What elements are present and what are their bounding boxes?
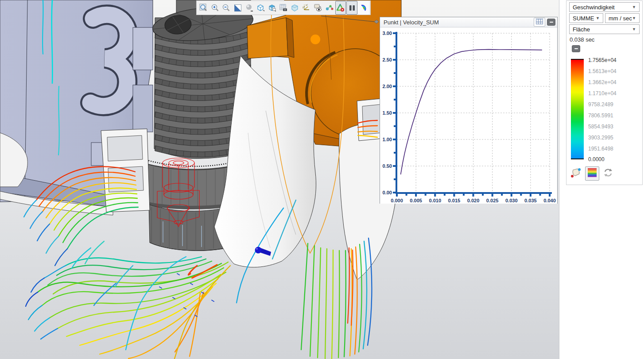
legend-value: 1.5613e+04 (588, 68, 641, 74)
shaded-view-icon (234, 4, 242, 12)
render-mode-icon (245, 4, 253, 12)
minus-icon (550, 22, 553, 23)
color-scale-button[interactable] (585, 166, 599, 181)
svg-text:1.50: 1.50 (383, 110, 392, 116)
svg-text:3.00: 3.00 (383, 31, 392, 36)
minus-icon (574, 48, 578, 49)
chevron-down-icon: ▼ (632, 27, 636, 31)
region-value: Fläche (573, 26, 590, 33)
zoom-out-icon (222, 4, 230, 12)
simulation-time-label: 0.038 sec (570, 36, 594, 43)
svg-text:0.030: 0.030 (505, 198, 518, 203)
results-sidebar: Geschwindigkeit ▼ SUMME ▼ mm / sec ▼ Flä… (559, 0, 644, 359)
chevron-down-icon: ▼ (632, 16, 636, 20)
table-snapshot-button[interactable] (278, 1, 289, 15)
run-solver-button[interactable] (335, 1, 346, 15)
parameter-value: Geschwindigkeit (573, 4, 615, 11)
probe-point-marker[interactable] (310, 35, 320, 44)
refresh-button[interactable] (603, 168, 613, 179)
refresh-icon (603, 168, 613, 179)
pause-icon (349, 4, 356, 12)
svg-text:y: y (303, 6, 304, 8)
zoom-in-icon (211, 4, 219, 12)
table-camera-icon (279, 4, 287, 12)
zoom-to-fit-button[interactable] (198, 1, 209, 15)
probe-blob-icon (570, 167, 582, 180)
legend-toolbar (570, 166, 641, 181)
legend-value: 1.3662e+04 (588, 79, 641, 85)
show-hide-bodies-button[interactable] (312, 1, 323, 15)
legend-value: 5854.9493 (588, 124, 641, 130)
coordinate-axes-button[interactable]: x/y (301, 1, 312, 15)
legend-value: 1.7565e+04 (588, 57, 641, 63)
unit-value: mm / sec (609, 15, 632, 22)
collapse-plot-button[interactable] (547, 19, 555, 26)
unit-dropdown[interactable]: mm / sec ▼ (605, 13, 640, 23)
svg-text:0.020: 0.020 (467, 198, 480, 203)
transparent-cube-icon (291, 4, 299, 12)
plot-title: Punkt | Velocity_SUM (384, 19, 532, 26)
node-link-icon (325, 4, 334, 12)
svg-text:0.50: 0.50 (383, 163, 392, 169)
table-icon (536, 18, 543, 26)
eye-icon (314, 4, 322, 12)
zoom-to-fit-icon (199, 4, 208, 12)
section-cube-icon (268, 4, 276, 12)
svg-text:0.040: 0.040 (543, 198, 556, 203)
svg-text:1.00: 1.00 (383, 137, 392, 142)
render-mode-button[interactable] (244, 1, 255, 15)
cube-icon (256, 4, 265, 12)
svg-text:0.025: 0.025 (486, 198, 499, 203)
chevron-down-icon: ▼ (596, 16, 600, 20)
chevron-down-icon: ▼ (632, 5, 636, 9)
velocity-chart: 0.000.501.001.502.002.503.000.0000.0050.… (380, 27, 557, 204)
legend-value: 1.1710e+04 (588, 90, 641, 97)
svg-text:0.000: 0.000 (391, 198, 403, 203)
section-view-button[interactable] (267, 1, 278, 15)
legend-value: 0.0000 (588, 156, 641, 162)
legend-value: 9758.2489 (588, 101, 641, 108)
svg-text:2.50: 2.50 (383, 57, 392, 62)
axes-icon: x/y (302, 4, 310, 12)
collapse-legend-button[interactable] (572, 45, 580, 52)
results-settings-panel: Geschwindigkeit ▼ SUMME ▼ mm / sec ▼ Flä… (566, 0, 643, 185)
plot-panel: Punkt | Velocity_SUM 0.000.501.001.502.0… (380, 17, 558, 204)
rainbow-square-icon (588, 168, 597, 179)
legend-value: 1951.6498 (588, 146, 641, 152)
aggregation-value: SUMME (573, 15, 594, 22)
probe-points-button[interactable] (324, 1, 335, 15)
legend-value: 7806.5991 (588, 112, 641, 119)
transparency-button[interactable] (289, 1, 300, 15)
svg-text:0.010: 0.010 (429, 198, 441, 203)
color-scale-bar (571, 59, 584, 159)
parameter-dropdown[interactable]: Geschwindigkeit ▼ (569, 2, 640, 12)
svg-text:x/: x/ (306, 4, 308, 6)
region-dropdown[interactable]: Fläche ▼ (569, 24, 640, 34)
probe-blob-button[interactable] (570, 167, 582, 180)
view-orientation-button[interactable] (255, 1, 266, 15)
svg-text:0.015: 0.015 (448, 198, 461, 203)
svg-text:0.035: 0.035 (524, 198, 537, 203)
run-solver-icon (336, 4, 345, 12)
show-table-button[interactable] (534, 18, 545, 27)
svg-text:2.00: 2.00 (383, 84, 392, 89)
shaded-view-button[interactable] (232, 1, 243, 15)
legend-value: 3903.2995 (588, 135, 641, 141)
plot-panel-header[interactable]: Punkt | Velocity_SUM (380, 17, 557, 27)
zoom-in-button[interactable] (209, 1, 221, 15)
svg-text:0.005: 0.005 (410, 198, 422, 203)
pause-solver-button[interactable] (346, 1, 357, 15)
zoom-out-button[interactable] (221, 1, 232, 15)
plot-area[interactable]: 0.000.501.001.502.002.503.000.0000.0050.… (380, 27, 557, 204)
view-toolbar: x/y (196, 0, 371, 15)
aggregation-dropdown[interactable]: SUMME ▼ (569, 13, 603, 23)
rainbow-swirl-icon (359, 4, 368, 12)
results-colors-button[interactable] (358, 1, 369, 15)
svg-text:0.00: 0.00 (383, 190, 392, 195)
